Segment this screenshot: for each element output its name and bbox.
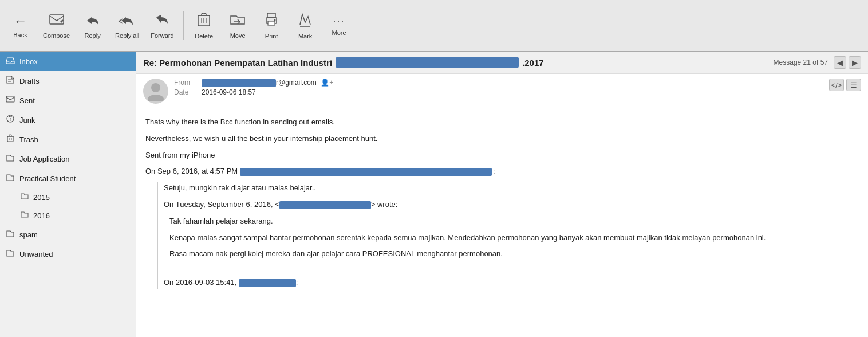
date-row: Date 2016-09-06 18:57 <box>174 88 823 96</box>
subject-redacted <box>336 57 519 68</box>
email-subject-bar: Re: Permohonan Penempatan Latihan Indust… <box>136 52 868 74</box>
prev-message-button[interactable]: ◀ <box>834 56 846 69</box>
svg-rect-18 <box>7 136 13 142</box>
sidebar-item-spam[interactable]: spam <box>0 225 136 244</box>
main-layout: Inbox Drafts Sent <box>0 52 868 337</box>
more-label: More <box>332 29 346 36</box>
toolbar: ← Back Compose Reply Reply all <box>0 0 868 52</box>
tuesday-redacted <box>279 201 371 209</box>
print-label: Print <box>265 33 278 40</box>
reply-icon <box>85 13 101 30</box>
print-icon <box>264 12 279 30</box>
inner-quoted-block: Tak fahamlah pelajar sekarang. Kenapa ma… <box>164 215 859 260</box>
quoted1: Setuju, mungkin tak diajar atau malas be… <box>164 182 859 194</box>
reply-all-icon <box>118 13 136 30</box>
body-on-date: On Sep 6, 2016, at 4:57 PM : <box>145 166 859 178</box>
date-label: Date <box>174 88 197 96</box>
practical-student-label: Practical Student <box>19 174 76 183</box>
sent-icon <box>6 95 15 106</box>
on-date-redacted <box>240 168 492 176</box>
back-button[interactable]: ← Back <box>5 10 36 42</box>
folder-2015-label: 2015 <box>33 193 50 202</box>
compose-label: Compose <box>43 32 70 39</box>
sidebar-item-unwanted[interactable]: Unwanted <box>0 244 136 264</box>
mark-label: Mark <box>298 33 312 40</box>
move-button[interactable]: Move <box>222 9 254 42</box>
meta-details: From r@gmail.com 👤+ Date 2016-09-06 18:5… <box>174 79 823 97</box>
trash-icon <box>6 134 15 145</box>
add-contact-icon[interactable]: 👤+ <box>321 79 333 87</box>
drafts-icon <box>6 75 15 87</box>
reply-all-button[interactable]: Reply all <box>111 9 144 42</box>
body-line3: Sent from my iPhone <box>145 150 859 162</box>
more-button[interactable]: ··· More <box>323 11 355 40</box>
unwanted-icon <box>6 248 15 260</box>
sidebar: Inbox Drafts Sent <box>0 52 136 337</box>
move-label: Move <box>230 32 246 39</box>
svg-rect-14 <box>6 96 14 102</box>
inbox-icon <box>6 56 15 67</box>
folder-2016-icon <box>21 210 29 221</box>
sidebar-item-drafts[interactable]: Drafts <box>0 71 136 91</box>
back-icon: ← <box>14 13 27 29</box>
sidebar-item-junk[interactable]: Junk <box>0 110 136 130</box>
forward-button[interactable]: Forward <box>146 9 178 42</box>
sidebar-item-inbox[interactable]: Inbox <box>0 52 136 71</box>
reply-button[interactable]: Reply <box>77 9 108 42</box>
mark-button[interactable]: Mark <box>290 9 321 43</box>
delete-label: Delete <box>195 33 213 40</box>
on-2016: On 2016-09-03 15:41, : <box>164 277 859 289</box>
svg-rect-9 <box>268 21 275 25</box>
body-line2: Nevertheless, we wish u all the best in … <box>145 133 859 145</box>
reply-label: Reply <box>85 32 101 39</box>
compose-button[interactable]: Compose <box>38 9 74 42</box>
quoted-block-1: Setuju, mungkin tak diajar atau malas be… <box>157 182 859 289</box>
from-redacted <box>202 79 276 87</box>
from-label: From <box>174 79 197 87</box>
sidebar-item-job-application[interactable]: Job Application <box>0 149 136 168</box>
more-options-button[interactable]: ☰ <box>846 79 861 91</box>
more-icon: ··· <box>333 15 345 27</box>
on-2016-redacted <box>239 279 296 287</box>
svg-point-23 <box>148 95 164 101</box>
next-message-button[interactable]: ▶ <box>849 56 861 69</box>
quoted3: Kenapa malas sangat sampai hantar permoh… <box>169 232 859 244</box>
meta-actions: </> ☰ <box>829 79 861 91</box>
from-row: From r@gmail.com 👤+ <box>174 79 823 87</box>
email-subject: Re: Permohonan Penempatan Latihan Indust… <box>143 57 544 68</box>
from-value: r@gmail.com 👤+ <box>202 79 333 87</box>
avatar <box>143 79 168 104</box>
quoted4: Rasa macam nak pergi kolej mereka dan aj… <box>169 248 859 260</box>
back-label: Back <box>13 32 27 38</box>
email-meta: From r@gmail.com 👤+ Date 2016-09-06 18:5… <box>136 74 868 108</box>
spam-label: spam <box>19 230 38 239</box>
practical-student-icon <box>6 173 15 184</box>
move-icon <box>230 13 246 30</box>
sidebar-item-2016[interactable]: 2016 <box>0 206 136 225</box>
reply-all-label: Reply all <box>115 32 139 39</box>
subject-suffix: .2017 <box>522 58 544 68</box>
print-button[interactable]: Print <box>256 9 287 43</box>
job-application-label: Job Application <box>19 155 69 163</box>
forward-label: Forward <box>151 32 173 39</box>
body-line1: Thats why there is the Bcc function in s… <box>145 116 859 128</box>
sidebar-item-sent[interactable]: Sent <box>0 91 136 110</box>
unwanted-label: Unwanted <box>19 250 53 258</box>
compose-icon <box>49 13 65 30</box>
sidebar-item-practical-student[interactable]: Practical Student <box>0 168 136 188</box>
email-body: Thats why there is the Bcc function in s… <box>136 108 868 337</box>
forward-icon <box>154 13 170 30</box>
on-tuesday: On Tuesday, September 6, 2016, <> wrote: <box>164 199 859 211</box>
sidebar-item-trash[interactable]: Trash <box>0 130 136 149</box>
view-source-button[interactable]: </> <box>829 79 844 91</box>
mark-icon <box>298 12 313 30</box>
email-area: Re: Permohonan Penempatan Latihan Indust… <box>136 52 868 337</box>
quoted2: Tak fahamlah pelajar sekarang. <box>169 215 859 228</box>
toolbar-separator <box>183 11 184 40</box>
delete-button[interactable]: Delete <box>188 9 220 43</box>
delete-icon <box>197 12 211 30</box>
trash-label: Trash <box>19 135 38 144</box>
svg-point-22 <box>151 83 160 92</box>
sidebar-item-2015[interactable]: 2015 <box>0 188 136 206</box>
svg-point-10 <box>274 19 276 21</box>
